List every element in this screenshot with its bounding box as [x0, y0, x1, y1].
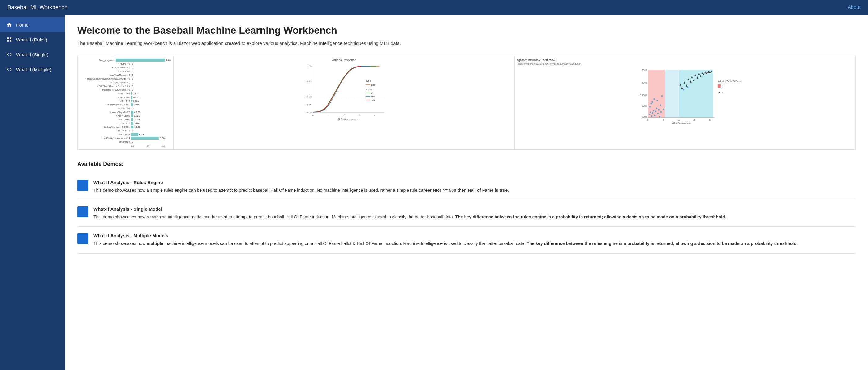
- chart3-svg: 6000 5000 4000 3000 2000 0 5 10 15 20 Al…: [517, 66, 853, 124]
- feature-importance-chart: final_prognosis0.89 + MVPs > 00 + GoldGl…: [80, 59, 171, 147]
- svg-point-61: [662, 109, 664, 110]
- grid-icon: [6, 36, 12, 43]
- svg-text:1: 1: [721, 91, 723, 94]
- svg-text:F: F: [639, 94, 641, 95]
- demo-desc-rules: This demo showcases how a simple rules e…: [93, 187, 509, 194]
- svg-text:5: 5: [662, 119, 664, 121]
- svg-text:glm: glm: [371, 95, 375, 98]
- svg-point-52: [659, 116, 660, 118]
- svg-text:AllStarAppearances: AllStarAppearances: [671, 122, 690, 124]
- demo-desc-single-bold: The key difference between the rules eng…: [455, 214, 726, 219]
- svg-point-49: [656, 107, 657, 109]
- demo-content-rules: What-If Analysis - Rules Engine This dem…: [93, 180, 509, 194]
- home-icon: [6, 22, 12, 28]
- svg-text:10: 10: [343, 115, 345, 117]
- page-subtitle: The Baseball Machine Learning Workbench …: [78, 40, 856, 47]
- svg-text:0: 0: [647, 119, 648, 121]
- svg-text:0.00: 0.00: [307, 111, 311, 114]
- app-body: Home What-If (Rules) What-If (Single) Wh…: [0, 15, 868, 370]
- svg-text:Type: Type: [366, 80, 371, 82]
- svg-text:20: 20: [374, 115, 376, 117]
- demo-card-single: What-If Analysis - Single Model This dem…: [78, 200, 856, 227]
- sidebar-item-whatif-rules-label: What-If (Rules): [16, 37, 47, 42]
- svg-marker-86: [718, 91, 720, 93]
- demo-title-rules: What-If Analysis - Rules Engine: [93, 180, 509, 185]
- demo-icon-rules: [78, 180, 89, 191]
- svg-text:Model: Model: [366, 88, 372, 91]
- demo-desc-rules-bold: career HRs >= 500 then Hall of Fame is t…: [418, 188, 507, 193]
- demo-card-multiple: What-If Analysis - Multiple Models This …: [78, 227, 856, 253]
- svg-point-50: [657, 113, 658, 115]
- demo-desc-multiple-middle: machine intelligence models can be used …: [163, 241, 527, 246]
- svg-point-56: [651, 101, 653, 103]
- svg-point-59: [659, 104, 661, 106]
- chart2-title: Variable response: [176, 59, 512, 62]
- sidebar-item-home-label: Home: [16, 22, 28, 28]
- svg-point-51: [658, 109, 659, 111]
- demo-desc-multiple-before: This demo showcases how: [93, 241, 147, 246]
- svg-point-42: [649, 114, 650, 115]
- svg-text:6000: 6000: [642, 69, 647, 71]
- svg-point-81: [683, 89, 684, 91]
- svg-point-43: [650, 112, 651, 113]
- svg-point-44: [651, 115, 652, 117]
- svg-point-58: [656, 100, 658, 101]
- svg-text:0.75: 0.75: [307, 80, 311, 83]
- svg-text:0: 0: [721, 85, 723, 88]
- chart-variable-response: Variable response 1.00 0.75 0.50 0.25 0.…: [174, 56, 515, 149]
- page-title: Welcome to the Baseball Machine Learning…: [78, 25, 856, 36]
- svg-rect-25: [648, 70, 665, 118]
- svg-point-53: [660, 112, 662, 113]
- demo-title-single: What-If Analysis - Single Model: [93, 206, 726, 212]
- svg-text:rf: rf: [371, 92, 373, 95]
- sidebar-item-whatif-single-label: What-If (Single): [16, 52, 48, 57]
- svg-point-82: [687, 87, 688, 89]
- sidebar-item-whatif-rules[interactable]: What-If (Rules): [0, 32, 65, 47]
- chart-scatter: xgboost: nrounds=1; verbose=0 Train: mmc…: [515, 56, 856, 149]
- svg-text:AllStarAppearances: AllStarAppearances: [338, 118, 360, 121]
- code-icon-single: [6, 51, 12, 58]
- svg-text:4000: 4000: [642, 94, 647, 96]
- demo-card-rules: What-If Analysis - Rules Engine This dem…: [78, 174, 856, 200]
- svg-point-57: [653, 98, 655, 100]
- svg-rect-27: [679, 70, 713, 118]
- svg-text:10: 10: [677, 119, 680, 121]
- svg-text:~0.50: ~0.50: [306, 96, 311, 98]
- svg-text:1.00: 1.00: [307, 65, 311, 68]
- main-content: Welcome to the Baseball Machine Learning…: [65, 15, 868, 370]
- svg-point-55: [650, 103, 652, 104]
- sidebar-item-whatif-single[interactable]: What-If (Single): [0, 47, 65, 62]
- chart2-svg: 1.00 0.75 0.50 0.25 0.00 0 5 10 15 20 Al…: [176, 63, 512, 122]
- demo-title-multiple: What-If Analysis - Multiple Models: [93, 233, 798, 238]
- svg-point-60: [661, 95, 662, 97]
- demo-content-single: What-If Analysis - Single Model This dem…: [93, 206, 726, 220]
- svg-rect-84: [717, 85, 720, 88]
- svg-rect-26: [665, 70, 679, 118]
- demo-icon-single: [78, 206, 89, 217]
- sidebar-item-whatif-multiple[interactable]: What-If (Multiple): [0, 62, 65, 77]
- navbar-brand: Baseball ML Workbench: [7, 4, 67, 11]
- navbar: Baseball ML Workbench About: [0, 0, 868, 15]
- sidebar: Home What-If (Rules) What-If (Single) Wh…: [0, 15, 65, 370]
- svg-point-46: [653, 110, 654, 112]
- demo-desc-rules-after: .: [507, 188, 509, 193]
- svg-text:svm: svm: [371, 99, 375, 101]
- charts-row: final_prognosis0.89 + MVPs > 00 + GoldGl…: [78, 56, 856, 150]
- chart3-subtitle: Train: mmce=0.0022371; CV: mmce.test.mea…: [517, 62, 853, 65]
- svg-text:InductedToHallOfFame: InductedToHallOfFame: [717, 80, 741, 83]
- demos-title: Available Demos:: [78, 161, 856, 167]
- svg-point-54: [649, 106, 651, 107]
- demo-desc-rules-before: This demo showcases how a simple rules e…: [93, 188, 418, 193]
- svg-text:5: 5: [328, 115, 329, 117]
- demo-desc-single-before: This demo showcases how a machine intell…: [93, 214, 455, 219]
- svg-point-45: [652, 112, 653, 114]
- sidebar-item-whatif-multiple-label: What-If (Multiple): [16, 67, 51, 72]
- demo-desc-multiple-bold-inline: multiple: [147, 241, 163, 246]
- svg-text:pdp: pdp: [371, 84, 375, 86]
- demo-desc-single: This demo showcases how a machine intell…: [93, 213, 726, 220]
- sidebar-item-home[interactable]: Home: [0, 17, 65, 32]
- svg-text:15: 15: [358, 115, 361, 117]
- about-link[interactable]: About: [847, 5, 861, 10]
- svg-text:20: 20: [708, 119, 711, 121]
- chart-feature-importance: final_prognosis0.89 + MVPs > 00 + GoldGl…: [78, 56, 174, 149]
